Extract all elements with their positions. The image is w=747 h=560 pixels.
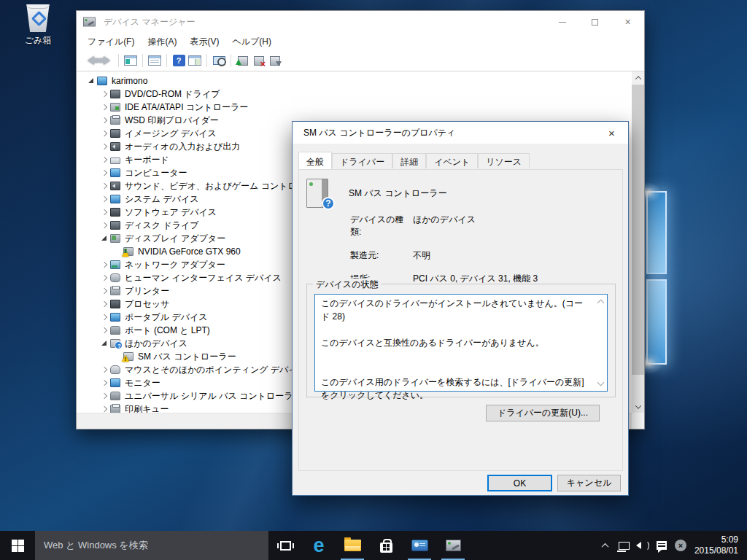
dialog-close-button[interactable]: × xyxy=(595,122,628,144)
minimize-button[interactable] xyxy=(546,11,578,33)
system-tray: × 5:09 2015/08/01 xyxy=(595,531,747,560)
chevron-collapsed-icon[interactable] xyxy=(100,90,110,98)
chevron-collapsed-icon[interactable] xyxy=(100,142,110,151)
scroll-up-icon[interactable] xyxy=(597,300,605,307)
network-adapter-icon xyxy=(110,260,120,269)
chevron-collapsed-icon[interactable] xyxy=(100,221,110,230)
field-device-type: デバイスの種類: ほかのデバイス xyxy=(350,214,538,238)
scrollbar-thumb[interactable] xyxy=(632,85,644,375)
file-explorer-app[interactable] xyxy=(336,531,369,560)
field-manufacturer: 製造元: 不明 xyxy=(350,249,538,262)
search-box[interactable]: Web と Windows を検索 xyxy=(35,531,268,560)
tree-item-label: モニター xyxy=(125,377,160,389)
action-center-icon xyxy=(657,541,667,550)
back-icon xyxy=(88,56,94,65)
uninstall-device-icon xyxy=(254,56,264,66)
action-center-button[interactable] xyxy=(652,531,671,560)
tree-item[interactable]: DVD/CD-ROM ドライブ xyxy=(77,88,632,101)
chevron-up-icon xyxy=(601,542,608,550)
chevron-expanded-icon[interactable] xyxy=(100,339,110,348)
status-line xyxy=(321,362,591,376)
chevron-collapsed-icon[interactable] xyxy=(100,195,110,203)
device-manager-titlebar[interactable]: デバイス マネージャー × xyxy=(77,11,644,33)
chevron-collapsed-icon[interactable] xyxy=(100,273,110,282)
menu-action[interactable]: 操作(A) xyxy=(141,34,183,50)
chevron-collapsed-icon[interactable] xyxy=(100,260,110,269)
tree-item-label: キーボード xyxy=(125,154,169,166)
chevron-collapsed-icon[interactable] xyxy=(100,155,110,164)
menu-help[interactable]: ヘルプ(H) xyxy=(225,34,278,50)
toolbar: ? xyxy=(77,50,644,71)
chevron-collapsed-icon[interactable] xyxy=(100,168,110,177)
menu-file[interactable]: ファイル(F) xyxy=(81,34,141,50)
system-window-app[interactable] xyxy=(403,531,436,560)
chevron-collapsed-icon[interactable] xyxy=(100,378,110,387)
close-button[interactable]: × xyxy=(611,11,644,33)
tree-item[interactable]: IDE ATA/ATAPI コントローラー xyxy=(77,101,632,114)
tab-details[interactable]: 詳細 xyxy=(392,153,426,168)
properties-button[interactable] xyxy=(147,52,163,69)
scan-hardware-changes-icon xyxy=(213,56,225,65)
scroll-down-icon[interactable] xyxy=(632,400,644,413)
volume-button[interactable] xyxy=(633,531,652,560)
chevron-collapsed-icon[interactable] xyxy=(100,300,110,308)
unknown-device-icon xyxy=(110,339,120,348)
device-status-textbox[interactable]: このデバイスのドライバーがインストールされていません。(コード 28)このデバイ… xyxy=(314,294,608,392)
scroll-up-icon[interactable] xyxy=(632,71,644,84)
chevron-collapsed-icon[interactable] xyxy=(100,103,110,112)
chevron-collapsed-icon[interactable] xyxy=(100,182,110,190)
maximize-button[interactable] xyxy=(578,11,611,33)
uninstall-device-button[interactable] xyxy=(251,52,267,69)
close-icon: × xyxy=(608,127,615,139)
chevron-collapsed-icon[interactable] xyxy=(100,392,110,400)
status-line: このデバイスのドライバーがインストールされていません。(コード 28) xyxy=(321,297,591,323)
ok-button[interactable]: OK xyxy=(487,475,552,491)
tree-item[interactable]: karimono xyxy=(77,74,632,88)
chevron-collapsed-icon[interactable] xyxy=(100,365,110,374)
status-line xyxy=(321,349,591,362)
update-driver-toolbar-button[interactable] xyxy=(235,52,251,69)
menu-view[interactable]: 表示(V) xyxy=(183,34,225,50)
chevron-collapsed-icon[interactable] xyxy=(100,326,110,335)
ime-button[interactable]: × xyxy=(671,531,690,560)
disable-device-button[interactable] xyxy=(267,52,283,69)
recycle-bin[interactable]: ごみ箱 xyxy=(18,4,58,47)
forward-button[interactable] xyxy=(98,52,115,69)
clock[interactable]: 5:09 2015/08/01 xyxy=(690,534,747,556)
task-view-button[interactable] xyxy=(268,531,302,560)
chevron-expanded-icon[interactable] xyxy=(87,77,97,85)
chevron-collapsed-icon[interactable] xyxy=(100,116,110,125)
tab-events[interactable]: イベント xyxy=(426,153,478,168)
tree-item-label: コンピューター xyxy=(125,167,187,179)
vertical-scrollbar[interactable] xyxy=(632,71,644,413)
show-action-pane-button[interactable] xyxy=(187,52,203,69)
start-button[interactable] xyxy=(0,531,35,560)
store-app[interactable] xyxy=(369,531,403,560)
tab-resources[interactable]: リソース xyxy=(478,153,530,168)
tray-overflow-button[interactable] xyxy=(595,531,614,560)
chevron-collapsed-icon[interactable] xyxy=(100,208,110,217)
portable-device-icon xyxy=(110,313,120,322)
cancel-button[interactable]: キャンセル xyxy=(557,475,621,491)
recycle-bin-icon[interactable] xyxy=(26,4,50,32)
chevron-collapsed-icon[interactable] xyxy=(100,287,110,295)
network-button[interactable] xyxy=(614,531,633,560)
update-driver-button[interactable]: ドライバーの更新(U)... xyxy=(486,405,600,421)
chevron-collapsed-icon[interactable] xyxy=(100,313,110,322)
scan-hardware-changes-button[interactable] xyxy=(211,52,227,69)
chevron-collapsed-icon[interactable] xyxy=(100,129,110,138)
tab-driver[interactable]: ドライバー xyxy=(332,153,392,168)
store-icon xyxy=(380,542,392,553)
tree-item-label: SM バス コントローラー xyxy=(138,351,236,363)
edge-app[interactable]: e xyxy=(302,531,336,560)
help-button[interactable]: ? xyxy=(171,52,187,69)
scroll-down-icon[interactable] xyxy=(597,379,605,386)
tab-general[interactable]: 全般 xyxy=(298,152,332,169)
device-manager-app[interactable] xyxy=(436,531,470,560)
show-console-tree-button[interactable] xyxy=(123,52,139,69)
dialog-titlebar[interactable]: SM バス コントローラーのプロパティ × xyxy=(293,122,628,144)
volume-icon xyxy=(636,541,649,550)
chevron-expanded-icon[interactable] xyxy=(100,234,110,243)
taskbar: Web と Windows を検索 e × 5:09 2015/08/01 xyxy=(0,531,747,560)
back-button[interactable] xyxy=(82,52,98,69)
